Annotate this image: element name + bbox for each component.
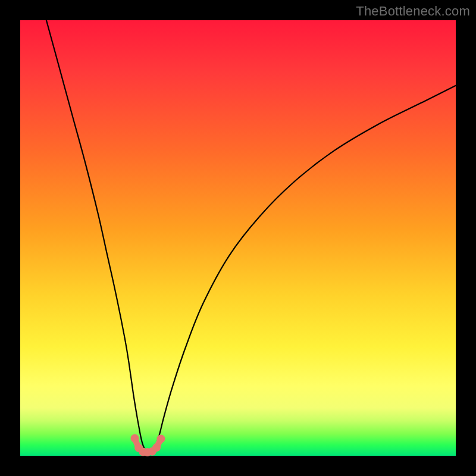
- bottleneck-curve: [46, 20, 456, 452]
- chart-svg: [20, 20, 456, 456]
- highlight-dot: [152, 443, 161, 452]
- chart-plot-area: [20, 20, 456, 456]
- highlight-dot: [131, 434, 139, 443]
- highlight-dot: [156, 435, 165, 443]
- highlight-dots: [131, 434, 165, 456]
- chart-frame: TheBottleneck.com: [0, 0, 476, 476]
- watermark-text: TheBottleneck.com: [356, 4, 470, 19]
